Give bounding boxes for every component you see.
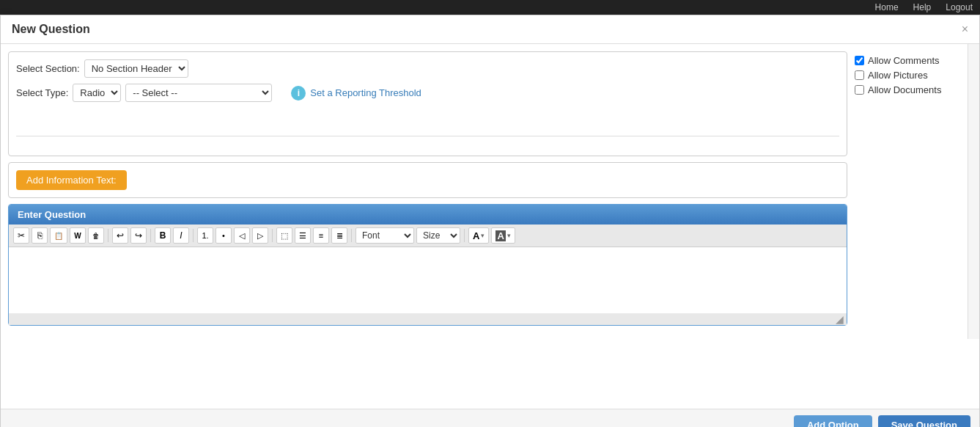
select-type-label: Select Type: xyxy=(16,87,68,98)
top-bar: Home Help Logout xyxy=(0,0,980,15)
add-info-button[interactable]: Add Information Text: xyxy=(16,170,127,190)
separator-3 xyxy=(193,229,194,242)
logout-link[interactable]: Logout xyxy=(946,2,973,12)
ordered-list-button[interactable]: 1. xyxy=(197,227,213,244)
allow-pictures-label: Allow Pictures xyxy=(868,70,928,81)
align-left-button[interactable]: ⬚ xyxy=(276,227,292,244)
enter-question-section: Enter Question ✂ ⎘ 📋 W 🗑 xyxy=(8,204,847,326)
enter-question-header: Enter Question xyxy=(9,205,847,225)
section-box-1: Select Section: No Section Header Select… xyxy=(8,51,847,156)
allow-comments-row: Allow Comments xyxy=(855,55,972,66)
paste-button[interactable]: 📋 xyxy=(50,227,67,244)
allow-documents-label: Allow Documents xyxy=(868,84,941,95)
undo-button[interactable]: ↩ xyxy=(112,227,128,244)
home-link[interactable]: Home xyxy=(875,2,899,12)
allow-comments-label: Allow Comments xyxy=(868,55,940,66)
section-divider-1 xyxy=(16,136,839,136)
allow-documents-checkbox[interactable] xyxy=(855,85,864,95)
paste-clean-button[interactable]: 🗑 xyxy=(88,227,104,244)
indent-button[interactable]: ▷ xyxy=(252,227,268,244)
info-icon: i xyxy=(291,86,306,101)
font-color-button[interactable]: A ▾ xyxy=(468,227,489,244)
font-select[interactable]: Font xyxy=(355,227,414,244)
bold-button[interactable]: B xyxy=(155,227,171,244)
justify-button[interactable]: ≣ xyxy=(331,227,347,244)
copy-button[interactable]: ⎘ xyxy=(32,227,48,244)
size-select[interactable]: Size xyxy=(416,227,460,244)
select-section-label: Select Section: xyxy=(16,63,80,74)
resize-handle-icon[interactable]: ◢ xyxy=(836,313,844,325)
allow-pictures-checkbox[interactable] xyxy=(855,70,864,80)
outdent-button[interactable]: ◁ xyxy=(234,227,250,244)
sub-select[interactable]: -- Select -- xyxy=(125,84,272,102)
reporting-threshold[interactable]: i Set a Reporting Threshold xyxy=(291,86,421,101)
type-select[interactable]: Radio xyxy=(73,84,121,102)
align-right-button[interactable]: ≡ xyxy=(313,227,329,244)
allow-pictures-row: Allow Pictures xyxy=(855,70,972,81)
dialog-body: Select Section: No Section Header Select… xyxy=(1,44,979,339)
select-type-row: Select Type: Radio -- Select -- i Set a … xyxy=(16,84,839,102)
add-info-section: Add Information Text: xyxy=(8,162,847,198)
separator-4 xyxy=(272,229,273,242)
close-button[interactable]: × xyxy=(962,23,968,35)
main-content: Select Section: No Section Header Select… xyxy=(8,51,847,332)
select-section-row: Select Section: No Section Header xyxy=(16,59,839,78)
add-option-button[interactable]: Add Option xyxy=(794,415,872,427)
dialog: New Question × Select Section: No Sectio… xyxy=(0,15,980,427)
separator-6 xyxy=(464,229,465,242)
scrollbar-track[interactable] xyxy=(968,44,979,339)
allow-comments-checkbox[interactable] xyxy=(855,56,864,65)
editor-content-area[interactable] xyxy=(9,247,847,313)
dialog-title: New Question xyxy=(12,23,90,36)
unordered-list-button[interactable]: • xyxy=(215,227,232,244)
editor-resizer: ◢ xyxy=(9,313,847,325)
help-link[interactable]: Help xyxy=(913,2,932,12)
save-question-button[interactable]: Save Question xyxy=(878,415,970,427)
paste-word-button[interactable]: W xyxy=(70,227,86,244)
separator-1 xyxy=(108,229,108,242)
separator-5 xyxy=(351,229,352,242)
allow-documents-row: Allow Documents xyxy=(855,84,972,95)
align-center-button[interactable]: ☰ xyxy=(295,227,311,244)
section-select[interactable]: No Section Header xyxy=(84,59,188,78)
separator-2 xyxy=(150,229,151,242)
dialog-footer: Add Option Save Question xyxy=(1,409,979,427)
redo-button[interactable]: ↪ xyxy=(130,227,147,244)
right-panel: Allow Comments Allow Pictures Allow Docu… xyxy=(855,51,972,332)
reporting-threshold-label: Set a Reporting Threshold xyxy=(310,87,421,98)
cut-button[interactable]: ✂ xyxy=(13,227,29,244)
dialog-title-bar: New Question × xyxy=(1,15,979,44)
editor-toolbar: ✂ ⎘ 📋 W 🗑 ↩ ↪ xyxy=(9,225,847,247)
italic-button[interactable]: I xyxy=(173,227,189,244)
highlight-color-button[interactable]: A ▾ xyxy=(491,227,515,244)
